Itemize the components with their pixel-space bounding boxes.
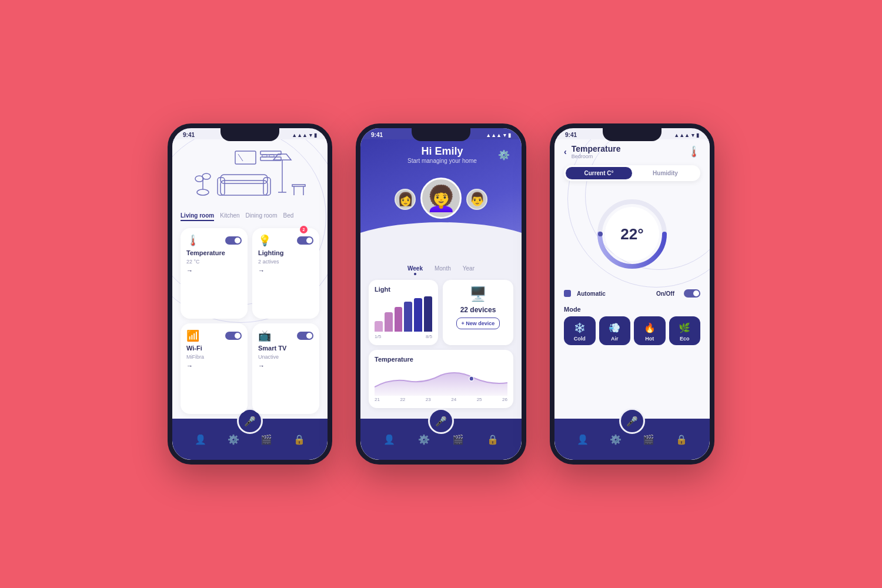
bar-6 bbox=[424, 296, 432, 332]
temp-chart-label: Temperature bbox=[375, 356, 507, 363]
battery-icon-3: ▮ bbox=[696, 132, 699, 138]
devices-card[interactable]: 🖥️ 22 devices + New device bbox=[443, 280, 513, 345]
wifi-device-icon: 📶 bbox=[186, 329, 199, 342]
signal-icon-2: ▲▲▲ bbox=[486, 132, 502, 138]
air-label: Air bbox=[611, 336, 619, 342]
nav-settings-icon[interactable]: ⚙️ bbox=[228, 434, 239, 445]
wifi-toggle[interactable] bbox=[225, 332, 242, 340]
bar-4 bbox=[404, 302, 412, 332]
lighting-arrow[interactable]: → bbox=[258, 267, 313, 274]
greeting-text: Hi Emily bbox=[386, 145, 498, 158]
nav-camera-icon-2[interactable]: 🎬 bbox=[452, 434, 464, 445]
device-grid: 🌡️ Temperature 22 °C → 2 💡 Lighting 2 ac bbox=[172, 223, 328, 419]
nav-profile-icon[interactable]: 👤 bbox=[195, 434, 206, 445]
light-card[interactable]: Light 1/5 8/5 bbox=[369, 280, 438, 345]
header-top: Hi Emily Start managing your home ⚙️ bbox=[372, 145, 510, 164]
device-card-header-temp: 🌡️ bbox=[186, 234, 242, 247]
svg-rect-4 bbox=[220, 181, 268, 195]
device-card-wifi[interactable]: 📶 Wi-Fi MiFibra → bbox=[181, 323, 248, 414]
mode-section: Mode ❄️ Cold 💨 Air 🔥 Hot 🌿 bbox=[564, 306, 700, 345]
mode-air[interactable]: 💨 Air bbox=[599, 316, 631, 345]
period-year[interactable]: Year bbox=[463, 265, 475, 275]
phone3-inner: ‹ Temperature Bedroom 🌡️ Current C° Humi… bbox=[554, 139, 710, 419]
new-device-button[interactable]: + New device bbox=[456, 318, 500, 329]
device-card-tv[interactable]: 📺 Smart TV Unactive → bbox=[252, 323, 319, 414]
lighting-toggle[interactable] bbox=[297, 236, 313, 245]
bottom-nav-1: 👤 ⚙️ 🎤 🎬 🔒 bbox=[172, 419, 328, 460]
nav-profile-icon-3[interactable]: 👤 bbox=[577, 434, 589, 445]
nav-lock-icon-2[interactable]: 🔒 bbox=[487, 434, 499, 445]
tab-humidity[interactable]: Humidity bbox=[632, 167, 699, 179]
status-bar-1: 9:41 ▲▲▲ ▾ ▮ bbox=[172, 128, 328, 139]
nav-lock-icon[interactable]: 🔒 bbox=[293, 434, 305, 445]
device-card-temperature[interactable]: 🌡️ Temperature 22 °C → bbox=[181, 228, 248, 319]
bottom-nav-3: 👤 ⚙️ 🎤 🎬 🔒 bbox=[554, 419, 710, 460]
temp-dial[interactable]: 22° bbox=[591, 193, 673, 275]
chart-dates: 1/5 8/5 bbox=[375, 334, 432, 339]
nav-lock-icon-3[interactable]: 🔒 bbox=[676, 434, 687, 445]
tv-toggle[interactable] bbox=[297, 332, 313, 340]
bar-5 bbox=[414, 298, 422, 332]
wifi-arrow[interactable]: → bbox=[186, 362, 242, 369]
temp-page-title: Temperature Bedroom bbox=[572, 144, 621, 159]
nav-camera-icon[interactable]: 🎬 bbox=[260, 434, 272, 445]
time-2: 9:41 bbox=[371, 132, 383, 138]
temp-dates: 21 22 23 24 25 26 bbox=[375, 397, 507, 402]
phone2-content: Hi Emily Start managing your home ⚙️ 👩 👩… bbox=[360, 139, 522, 419]
mode-hot[interactable]: 🔥 Hot bbox=[634, 316, 666, 345]
nav-mic-button-2[interactable]: 🎤 bbox=[428, 408, 454, 434]
dash-cards: Light 1/5 8/5 🖥 bbox=[369, 280, 513, 345]
temp-dial-container: 22° bbox=[564, 187, 700, 281]
onoff-toggle[interactable] bbox=[684, 289, 700, 298]
mode-eco[interactable]: 🌿 Eco bbox=[669, 316, 701, 345]
phone1-inner: Living room Kitchen Dining room Bed 🌡️ T… bbox=[172, 139, 328, 419]
signal-icon-3: ▲▲▲ bbox=[674, 132, 690, 138]
avatar-user2[interactable]: 👨 bbox=[466, 189, 487, 210]
settings-gear-icon[interactable]: ⚙️ bbox=[498, 149, 510, 161]
signal-icon: ▲▲▲ bbox=[292, 132, 308, 138]
lighting-device-name: Lighting bbox=[258, 249, 313, 256]
svg-point-3 bbox=[202, 173, 211, 179]
temp-chart-card[interactable]: Temperature bbox=[369, 350, 513, 408]
room-tab-kitchen[interactable]: Kitchen bbox=[220, 212, 239, 221]
wifi-device-sub: MiFibra bbox=[186, 354, 242, 360]
nav-profile-icon-2[interactable]: 👤 bbox=[383, 434, 395, 445]
svg-point-0 bbox=[197, 189, 209, 195]
svg-point-20 bbox=[469, 376, 474, 381]
lighting-device-sub: 2 actives bbox=[258, 259, 313, 265]
onoff-label-text: On/Off bbox=[656, 290, 674, 297]
thermometer-page-icon: 🌡️ bbox=[687, 145, 700, 158]
avatar-user1[interactable]: 👩 bbox=[395, 189, 416, 210]
avatar-main[interactable]: 👩‍🦱 bbox=[420, 178, 462, 219]
period-month[interactable]: Month bbox=[435, 265, 451, 275]
period-week[interactable]: Week bbox=[407, 265, 423, 275]
temp-device-name: Temperature bbox=[186, 249, 242, 256]
temp-date-2: 22 bbox=[400, 397, 405, 402]
mode-cold[interactable]: ❄️ Cold bbox=[564, 316, 596, 345]
nav-settings-icon-2[interactable]: ⚙️ bbox=[418, 434, 430, 445]
room-tabs[interactable]: Living room Kitchen Dining room Bed bbox=[172, 210, 328, 223]
cold-label: Cold bbox=[574, 336, 586, 342]
device-card-lighting[interactable]: 2 💡 Lighting 2 actives → bbox=[252, 228, 319, 319]
temp-date-1: 21 bbox=[375, 397, 380, 402]
temp-arrow[interactable]: → bbox=[186, 267, 242, 274]
temp-chart bbox=[375, 366, 507, 396]
eco-label: Eco bbox=[680, 336, 690, 342]
nav-camera-icon-3[interactable]: 🎬 bbox=[643, 434, 654, 445]
room-tab-living[interactable]: Living room bbox=[181, 212, 214, 221]
nav-settings-icon-3[interactable]: ⚙️ bbox=[610, 434, 622, 445]
phone1-content: Living room Kitchen Dining room Bed 🌡️ T… bbox=[172, 139, 328, 419]
avatar-row: 👩 👩‍🦱 👨 bbox=[372, 169, 510, 210]
hot-icon: 🔥 bbox=[644, 322, 656, 333]
back-button[interactable]: ‹ bbox=[564, 147, 567, 156]
tv-arrow[interactable]: → bbox=[258, 362, 313, 369]
tab-current-temp[interactable]: Current C° bbox=[566, 167, 632, 179]
room-tab-bed[interactable]: Bed bbox=[283, 212, 294, 221]
devices-count: 22 devices bbox=[460, 306, 496, 314]
header-wave bbox=[360, 222, 522, 258]
temp-toggle[interactable] bbox=[225, 236, 242, 245]
status-icons-1: ▲▲▲ ▾ ▮ bbox=[292, 132, 317, 138]
chart-date-end: 8/5 bbox=[426, 334, 432, 339]
room-tab-dining[interactable]: Dining room bbox=[246, 212, 278, 221]
temp-device-sub: 22 °C bbox=[186, 259, 242, 265]
